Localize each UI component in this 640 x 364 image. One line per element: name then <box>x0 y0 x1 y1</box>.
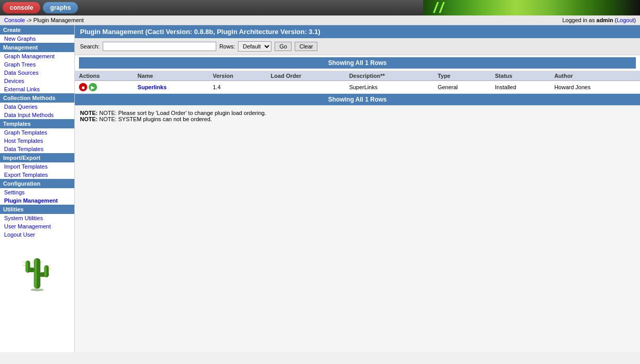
breadcrumb-separator: -> <box>26 17 33 23</box>
version-info: (Cacti Version: 0.8.8b, Plugin Architect… <box>145 28 320 36</box>
breadcrumb-current: Plugin Management <box>34 17 84 23</box>
sidebar-item-host-templates[interactable]: Host Templates <box>0 137 74 145</box>
enable-icon[interactable]: ▶ <box>89 83 97 91</box>
page-title: Plugin Management <box>80 28 143 36</box>
sidebar-header-templates: Templates <box>0 119 74 128</box>
layout: Create New Graphs Management Graph Manag… <box>0 25 640 352</box>
notes-area: NOTE: NOTE: Please sort by 'Load Order' … <box>75 106 640 126</box>
col-actions: Actions <box>75 71 134 81</box>
search-bar: Search: Rows: Default Go Clear <box>75 38 640 55</box>
svg-line-10 <box>49 266 51 267</box>
row-type: General <box>434 81 491 94</box>
sidebar-header-management: Management <box>0 43 74 52</box>
main-content: Plugin Management (Cacti Version: 0.8.8b… <box>75 25 640 352</box>
row-author: Howard Jones <box>550 81 640 94</box>
plugin-link[interactable]: Superlinks <box>138 84 167 90</box>
sidebar-item-data-templates[interactable]: Data Templates <box>0 145 74 153</box>
graphs-button[interactable]: graphs <box>43 2 78 13</box>
svg-point-14 <box>30 289 43 291</box>
svg-line-13 <box>40 261 43 263</box>
sidebar-item-logout-user[interactable]: Logout User <box>0 230 74 239</box>
svg-line-8 <box>23 261 26 263</box>
sidebar-item-plugin-management[interactable]: Plugin Management <box>0 196 74 205</box>
col-author: Author <box>550 71 640 81</box>
sidebar: Create New Graphs Management Graph Manag… <box>0 25 75 352</box>
sidebar-item-devices[interactable]: Devices <box>0 77 74 85</box>
col-name: Name <box>134 71 209 81</box>
cactus-decoration <box>0 239 74 306</box>
showing-rows-top: Showing All 1 Rows <box>79 57 636 69</box>
sidebar-header-utilities: Utilities <box>0 205 74 214</box>
sidebar-item-new-graphs[interactable]: New Graphs <box>0 35 74 43</box>
row-name: Superlinks <box>134 81 209 94</box>
console-link[interactable]: Console <box>4 17 25 23</box>
sidebar-item-graph-templates[interactable]: Graph Templates <box>0 128 74 137</box>
row-actions: ■ ▶ <box>75 81 134 94</box>
sidebar-header-collection: Collection Methods <box>0 93 74 103</box>
table-row: ■ ▶ Superlinks 1.4 SuperLinks General In… <box>75 81 640 94</box>
col-status: Status <box>491 71 550 81</box>
col-load-order: Load Order <box>267 71 345 81</box>
search-label: Search: <box>80 43 100 49</box>
row-description: SuperLinks <box>345 81 434 94</box>
note-2: NOTE: NOTE: SYSTEM plugins can not be or… <box>80 116 635 122</box>
svg-rect-4 <box>26 261 28 272</box>
col-type: Type <box>434 71 491 81</box>
sidebar-item-graph-management[interactable]: Graph Management <box>0 52 74 60</box>
svg-rect-7 <box>44 266 46 277</box>
col-version: Version <box>209 71 266 81</box>
sidebar-header-import-export: Import/Export <box>0 153 74 162</box>
page-title-bar: Plugin Management (Cacti Version: 0.8.8b… <box>75 25 640 38</box>
sidebar-item-external-links[interactable]: External Links <box>0 85 74 93</box>
sidebar-item-data-input-methods[interactable]: Data Input Methods <box>0 111 74 119</box>
sidebar-header-create: Create <box>0 25 74 35</box>
sidebar-item-data-queries[interactable]: Data Queries <box>0 103 74 111</box>
logout-link[interactable]: Logout <box>617 17 634 23</box>
rows-select[interactable]: Default <box>238 41 271 52</box>
sidebar-item-user-management[interactable]: User Management <box>0 222 74 230</box>
sidebar-item-data-sources[interactable]: Data Sources <box>0 69 74 77</box>
sidebar-item-system-utilities[interactable]: System Utilities <box>0 214 74 222</box>
sidebar-item-graph-trees[interactable]: Graph Trees <box>0 60 74 69</box>
row-load-order <box>267 81 345 94</box>
search-input[interactable] <box>103 42 216 51</box>
clear-button[interactable]: Clear <box>295 42 317 51</box>
sidebar-item-export-templates[interactable]: Export Templates <box>0 171 74 179</box>
note-1: NOTE: NOTE: Please sort by 'Load Order' … <box>80 110 635 116</box>
sidebar-header-config: Configuration <box>0 179 74 188</box>
row-status: Installed <box>491 81 550 94</box>
console-button[interactable]: console <box>3 2 40 13</box>
row-version: 1.4 <box>209 81 266 94</box>
plugin-table: Showing All 1 Rows Actions Name Version … <box>75 55 640 106</box>
login-info: Logged in as admin (Logout) <box>562 17 636 23</box>
breadcrumb-bar: Console -> Plugin Management Logged in a… <box>0 15 640 25</box>
col-description: Description** <box>345 71 434 81</box>
svg-rect-1 <box>35 259 37 288</box>
top-nav-bar: console graphs / / <box>0 0 640 15</box>
showing-rows-bottom: Showing All 1 Rows <box>75 94 640 105</box>
rows-label: Rows: <box>219 43 235 49</box>
sidebar-item-import-templates[interactable]: Import Templates <box>0 162 74 171</box>
svg-line-12 <box>31 261 34 263</box>
go-button[interactable]: Go <box>275 42 292 51</box>
disable-icon[interactable]: ■ <box>79 83 87 91</box>
sidebar-item-settings[interactable]: Settings <box>0 188 74 196</box>
